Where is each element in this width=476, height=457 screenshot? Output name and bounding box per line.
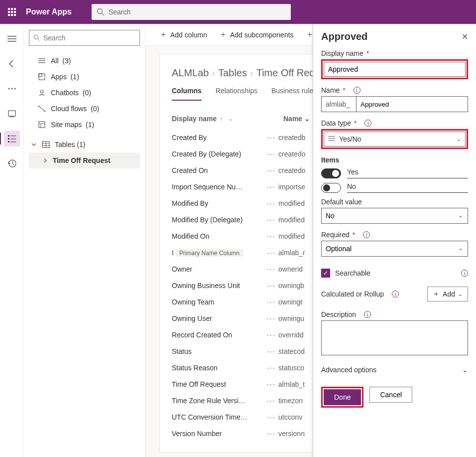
description-textarea[interactable]	[321, 320, 468, 355]
description-label: Description i	[321, 310, 468, 318]
row-display-name: Created By	[172, 134, 266, 142]
add-calc-button[interactable]: ＋Add⌄	[427, 287, 468, 302]
row-more-icon[interactable]: ⋯	[266, 428, 278, 439]
items-label: Items	[321, 156, 468, 164]
row-more-icon[interactable]: ⋯	[266, 362, 278, 373]
tree-search[interactable]: Search	[29, 30, 140, 46]
row-more-icon[interactable]: ⋯	[266, 264, 278, 275]
chevron-down-icon: ⌄	[462, 366, 468, 374]
row-more-icon[interactable]: ⋯	[266, 247, 278, 258]
info-icon[interactable]: i	[392, 291, 399, 298]
row-display-name: Owning Business Unit	[172, 282, 266, 290]
svg-rect-8	[14, 14, 16, 16]
crumb-almlab[interactable]: ALMLab	[172, 67, 209, 78]
global-search[interactable]: Search	[92, 4, 291, 20]
row-more-icon[interactable]: ⋯	[266, 214, 278, 225]
row-more-icon[interactable]: ⋯	[266, 313, 278, 324]
required-label: Required* i	[321, 231, 468, 239]
tree-item-apps[interactable]: Apps (1)	[29, 69, 140, 85]
searchable-checkbox[interactable]: ✓	[321, 269, 330, 278]
row-display-name: Status	[172, 347, 266, 355]
info-icon[interactable]: i	[354, 87, 360, 94]
done-button[interactable]: Done	[324, 389, 361, 405]
info-icon[interactable]: i	[364, 311, 371, 318]
row-display-name: IPrimary Name Column	[172, 249, 266, 257]
svg-rect-1	[11, 8, 13, 10]
svg-point-33	[40, 90, 43, 93]
toggle-no[interactable]	[321, 183, 341, 193]
tree-table-timeoff[interactable]: Time Off Request	[29, 152, 140, 168]
svg-rect-22	[10, 136, 16, 136]
tree-panel: Search All (3) Apps (1) Chatbots (0) Clo…	[24, 24, 145, 457]
app-header: Power Apps Search	[0, 0, 476, 24]
chevron-down-icon: ⌄	[456, 136, 461, 143]
svg-rect-2	[14, 8, 16, 10]
svg-rect-36	[39, 122, 45, 128]
tab-columns[interactable]: Columns	[172, 87, 202, 101]
search-placeholder: Search	[109, 8, 130, 16]
advanced-options-toggle[interactable]: Advanced options⌄	[321, 366, 468, 374]
tree-item-chatbots[interactable]: Chatbots (0)	[29, 85, 140, 101]
svg-point-9	[97, 9, 102, 14]
row-more-icon[interactable]: ⋯	[266, 149, 278, 159]
row-more-icon[interactable]: ⋯	[266, 395, 278, 406]
tree-item-cloud-flows[interactable]: Cloud flows (0)	[29, 101, 140, 117]
row-more-icon[interactable]: ⋯	[266, 181, 278, 192]
add-subcomponents-button[interactable]: ＋Add subcomponents	[215, 27, 298, 42]
item-no-label[interactable]: No	[347, 182, 468, 193]
default-value-dropdown[interactable]	[321, 208, 468, 224]
tab-business-rules[interactable]: Business rules	[271, 87, 317, 101]
row-more-icon[interactable]: ⋯	[266, 198, 278, 209]
toggle-yes[interactable]	[321, 168, 341, 178]
cancel-button[interactable]: Cancel	[369, 387, 412, 403]
search-icon	[97, 8, 105, 16]
item-yes-label[interactable]: Yes	[347, 168, 468, 178]
more-icon[interactable]	[4, 81, 20, 97]
svg-rect-30	[38, 62, 45, 63]
info-icon[interactable]: i	[364, 120, 371, 127]
hamburger-icon[interactable]	[4, 31, 20, 47]
row-display-name: Record Created On	[172, 331, 266, 339]
info-icon[interactable]: i	[363, 231, 370, 238]
tablet-icon[interactable]	[4, 106, 20, 122]
svg-rect-20	[8, 138, 9, 140]
row-more-icon[interactable]: ⋯	[266, 346, 278, 357]
row-more-icon[interactable]: ⋯	[266, 231, 278, 242]
svg-rect-13	[7, 41, 16, 42]
row-more-icon[interactable]: ⋯	[266, 132, 278, 143]
svg-rect-29	[38, 60, 45, 61]
svg-point-26	[34, 35, 38, 39]
row-more-icon[interactable]: ⋯	[266, 412, 278, 423]
calc-rollup-label: Calculated or Rollup i	[321, 290, 399, 298]
tree-item-all[interactable]: All (3)	[29, 53, 140, 69]
svg-rect-3	[8, 11, 10, 13]
svg-rect-17	[8, 111, 15, 116]
display-name-input[interactable]	[324, 62, 466, 77]
row-more-icon[interactable]: ⋯	[266, 280, 278, 291]
row-more-icon[interactable]: ⋯	[266, 297, 278, 307]
svg-rect-24	[10, 142, 16, 142]
history-icon[interactable]	[4, 155, 20, 171]
display-name-highlight	[321, 59, 468, 79]
back-icon[interactable]	[4, 56, 20, 72]
data-type-dropdown[interactable]: Yes/No ⌄	[324, 132, 466, 147]
searchable-label: Searchable	[335, 269, 370, 277]
name-input[interactable]	[356, 96, 468, 112]
svg-rect-0	[8, 8, 10, 10]
svg-rect-32	[39, 74, 42, 77]
chevron-down-icon: ⌄	[458, 212, 463, 219]
row-more-icon[interactable]: ⋯	[266, 379, 278, 390]
row-more-icon[interactable]: ⋯	[266, 329, 278, 340]
tree-item-site-maps[interactable]: Site maps (1)	[29, 117, 140, 133]
tree-icon[interactable]	[4, 131, 20, 147]
close-icon[interactable]: ✕	[462, 32, 468, 41]
info-icon[interactable]: i	[461, 270, 468, 277]
tree-tables[interactable]: Tables (1)	[29, 137, 140, 152]
waffle-icon[interactable]	[0, 0, 24, 24]
col-header-display-name[interactable]: Display name↑⌄	[172, 115, 271, 123]
add-column-button[interactable]: ＋Add column	[155, 27, 211, 42]
tab-relationships[interactable]: Relationships	[216, 87, 257, 101]
row-more-icon[interactable]: ⋯	[266, 165, 278, 176]
required-dropdown[interactable]	[321, 241, 468, 257]
crumb-tables[interactable]: Tables	[218, 67, 247, 78]
